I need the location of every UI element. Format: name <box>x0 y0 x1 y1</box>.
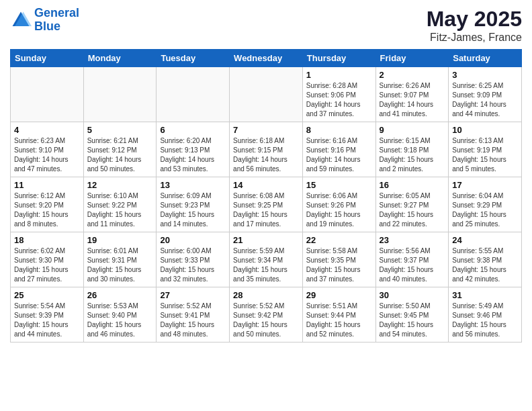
calendar-cell-4-1: 18Sunrise: 6:02 AM Sunset: 9:30 PM Dayli… <box>11 232 84 287</box>
calendar-cell-5-6: 30Sunrise: 5:50 AM Sunset: 9:45 PM Dayli… <box>375 287 449 342</box>
day-info: Sunrise: 5:59 AM Sunset: 9:34 PM Dayligh… <box>233 246 299 284</box>
day-number: 28 <box>233 290 299 300</box>
calendar-header-row: Sunday Monday Tuesday Wednesday Thursday… <box>11 50 522 67</box>
calendar-cell-1-7: 3Sunrise: 6:25 AM Sunset: 9:09 PM Daylig… <box>449 67 522 122</box>
calendar-cell-3-1: 11Sunrise: 6:12 AM Sunset: 9:20 PM Dayli… <box>11 177 84 232</box>
calendar-cell-5-3: 27Sunrise: 5:52 AM Sunset: 9:41 PM Dayli… <box>157 287 230 342</box>
day-number: 20 <box>160 235 226 245</box>
col-thursday: Thursday <box>302 50 375 67</box>
day-number: 1 <box>306 70 372 80</box>
day-number: 3 <box>452 70 518 80</box>
calendar-cell-5-2: 26Sunrise: 5:53 AM Sunset: 9:40 PM Dayli… <box>83 287 157 342</box>
day-number: 17 <box>452 180 518 190</box>
day-number: 13 <box>160 180 226 190</box>
day-number: 6 <box>160 125 226 135</box>
page-container: General Blue May 2025 Fitz-James, France… <box>0 0 532 349</box>
day-info: Sunrise: 5:55 AM Sunset: 9:38 PM Dayligh… <box>452 246 518 284</box>
calendar-cell-4-6: 23Sunrise: 5:56 AM Sunset: 9:37 PM Dayli… <box>375 232 449 287</box>
day-info: Sunrise: 6:12 AM Sunset: 9:20 PM Dayligh… <box>14 191 80 229</box>
day-info: Sunrise: 6:00 AM Sunset: 9:33 PM Dayligh… <box>160 246 226 284</box>
calendar-cell-2-4: 7Sunrise: 6:18 AM Sunset: 9:15 PM Daylig… <box>230 122 303 177</box>
day-info: Sunrise: 6:05 AM Sunset: 9:27 PM Dayligh… <box>380 191 445 229</box>
day-number: 21 <box>233 235 299 245</box>
week-row-1: 1Sunrise: 6:28 AM Sunset: 9:06 PM Daylig… <box>11 67 522 122</box>
day-info: Sunrise: 6:13 AM Sunset: 9:19 PM Dayligh… <box>452 136 518 174</box>
calendar-table: Sunday Monday Tuesday Wednesday Thursday… <box>10 49 522 342</box>
logo-blue: Blue <box>34 19 60 33</box>
day-number: 10 <box>452 125 518 135</box>
calendar-cell-4-4: 21Sunrise: 5:59 AM Sunset: 9:34 PM Dayli… <box>230 232 303 287</box>
calendar-cell-4-2: 19Sunrise: 6:01 AM Sunset: 9:31 PM Dayli… <box>83 232 157 287</box>
calendar-cell-1-1 <box>11 67 84 122</box>
day-info: Sunrise: 6:02 AM Sunset: 9:30 PM Dayligh… <box>14 246 80 284</box>
day-number: 18 <box>14 235 80 245</box>
calendar-cell-4-7: 24Sunrise: 5:55 AM Sunset: 9:38 PM Dayli… <box>449 232 522 287</box>
header: General Blue May 2025 Fitz-James, France <box>10 7 522 44</box>
calendar-cell-5-1: 25Sunrise: 5:54 AM Sunset: 9:39 PM Dayli… <box>11 287 84 342</box>
day-info: Sunrise: 6:04 AM Sunset: 9:29 PM Dayligh… <box>452 191 518 229</box>
day-number: 14 <box>233 180 299 190</box>
day-number: 30 <box>380 290 445 300</box>
day-number: 29 <box>306 290 372 300</box>
day-info: Sunrise: 5:52 AM Sunset: 9:41 PM Dayligh… <box>160 302 226 339</box>
calendar-cell-3-3: 13Sunrise: 6:09 AM Sunset: 9:23 PM Dayli… <box>157 177 230 232</box>
day-info: Sunrise: 5:49 AM Sunset: 9:46 PM Dayligh… <box>452 302 518 339</box>
day-info: Sunrise: 6:09 AM Sunset: 9:23 PM Dayligh… <box>160 191 226 229</box>
calendar-cell-4-5: 22Sunrise: 5:58 AM Sunset: 9:35 PM Dayli… <box>302 232 375 287</box>
day-info: Sunrise: 6:16 AM Sunset: 9:16 PM Dayligh… <box>306 136 372 174</box>
col-sunday: Sunday <box>11 50 84 67</box>
calendar-cell-1-3 <box>157 67 230 122</box>
logo-text: General Blue <box>34 7 79 34</box>
week-row-5: 25Sunrise: 5:54 AM Sunset: 9:39 PM Dayli… <box>11 287 522 342</box>
day-number: 22 <box>306 235 372 245</box>
day-number: 9 <box>380 125 445 135</box>
day-number: 11 <box>14 180 80 190</box>
day-number: 25 <box>14 290 80 300</box>
calendar-cell-3-4: 14Sunrise: 6:08 AM Sunset: 9:25 PM Dayli… <box>230 177 303 232</box>
calendar-cell-2-7: 10Sunrise: 6:13 AM Sunset: 9:19 PM Dayli… <box>449 122 522 177</box>
col-monday: Monday <box>83 50 157 67</box>
day-info: Sunrise: 5:58 AM Sunset: 9:35 PM Dayligh… <box>306 246 372 284</box>
day-number: 24 <box>452 235 518 245</box>
calendar-cell-2-5: 8Sunrise: 6:16 AM Sunset: 9:16 PM Daylig… <box>302 122 375 177</box>
day-number: 15 <box>306 180 372 190</box>
title-block: May 2025 Fitz-James, France <box>427 7 522 44</box>
calendar-cell-1-4 <box>230 67 303 122</box>
day-info: Sunrise: 6:06 AM Sunset: 9:26 PM Dayligh… <box>306 191 372 229</box>
week-row-4: 18Sunrise: 6:02 AM Sunset: 9:30 PM Dayli… <box>11 232 522 287</box>
day-info: Sunrise: 5:53 AM Sunset: 9:40 PM Dayligh… <box>87 302 153 339</box>
day-info: Sunrise: 5:56 AM Sunset: 9:37 PM Dayligh… <box>380 246 445 284</box>
calendar-cell-3-6: 16Sunrise: 6:05 AM Sunset: 9:27 PM Dayli… <box>375 177 449 232</box>
calendar-cell-2-1: 4Sunrise: 6:23 AM Sunset: 9:10 PM Daylig… <box>11 122 84 177</box>
day-number: 8 <box>306 125 372 135</box>
week-row-2: 4Sunrise: 6:23 AM Sunset: 9:10 PM Daylig… <box>11 122 522 177</box>
day-number: 27 <box>160 290 226 300</box>
calendar-cell-5-7: 31Sunrise: 5:49 AM Sunset: 9:46 PM Dayli… <box>449 287 522 342</box>
logo-general: General <box>34 6 79 19</box>
calendar-cell-4-3: 20Sunrise: 6:00 AM Sunset: 9:33 PM Dayli… <box>157 232 230 287</box>
day-number: 5 <box>87 125 153 135</box>
day-info: Sunrise: 6:01 AM Sunset: 9:31 PM Dayligh… <box>87 246 153 284</box>
calendar-cell-5-4: 28Sunrise: 5:52 AM Sunset: 9:42 PM Dayli… <box>230 287 303 342</box>
day-info: Sunrise: 6:15 AM Sunset: 9:18 PM Dayligh… <box>380 136 445 174</box>
calendar-cell-5-5: 29Sunrise: 5:51 AM Sunset: 9:44 PM Dayli… <box>302 287 375 342</box>
col-saturday: Saturday <box>449 50 522 67</box>
calendar-cell-1-2 <box>83 67 157 122</box>
day-info: Sunrise: 6:25 AM Sunset: 9:09 PM Dayligh… <box>452 81 518 119</box>
subtitle: Fitz-James, France <box>427 32 522 44</box>
day-info: Sunrise: 6:20 AM Sunset: 9:13 PM Dayligh… <box>160 136 226 174</box>
day-number: 31 <box>452 290 518 300</box>
day-info: Sunrise: 6:26 AM Sunset: 9:07 PM Dayligh… <box>380 81 445 119</box>
day-info: Sunrise: 5:50 AM Sunset: 9:45 PM Dayligh… <box>380 302 445 339</box>
week-row-3: 11Sunrise: 6:12 AM Sunset: 9:20 PM Dayli… <box>11 177 522 232</box>
col-friday: Friday <box>375 50 449 67</box>
day-info: Sunrise: 6:18 AM Sunset: 9:15 PM Dayligh… <box>233 136 299 174</box>
calendar-cell-3-5: 15Sunrise: 6:06 AM Sunset: 9:26 PM Dayli… <box>302 177 375 232</box>
main-title: May 2025 <box>427 7 522 32</box>
calendar-cell-1-5: 1Sunrise: 6:28 AM Sunset: 9:06 PM Daylig… <box>302 67 375 122</box>
calendar-cell-3-7: 17Sunrise: 6:04 AM Sunset: 9:29 PM Dayli… <box>449 177 522 232</box>
day-info: Sunrise: 6:23 AM Sunset: 9:10 PM Dayligh… <box>14 136 80 174</box>
day-number: 16 <box>380 180 445 190</box>
day-number: 4 <box>14 125 80 135</box>
day-number: 26 <box>87 290 153 300</box>
